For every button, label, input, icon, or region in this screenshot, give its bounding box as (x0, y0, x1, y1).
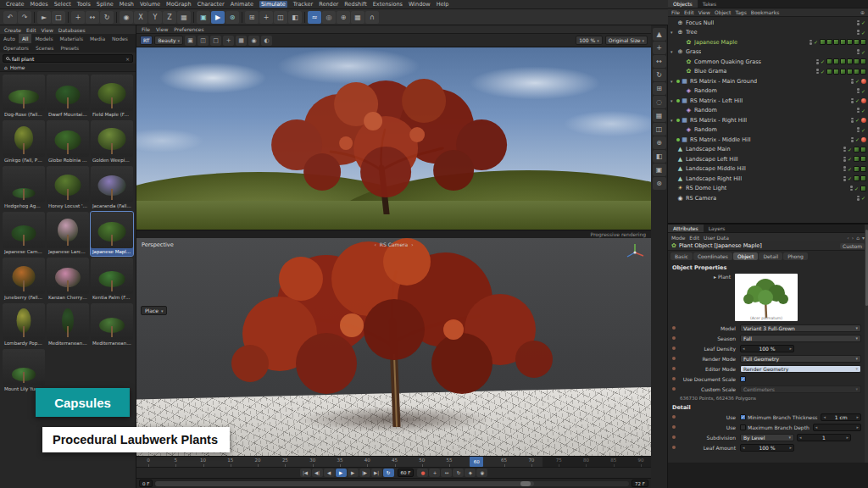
field-subdivision[interactable]: ◂1▸ (797, 434, 851, 441)
render-view-menu-view[interactable]: View (156, 26, 168, 32)
asset-item-kentia-palm-fall-plant[interactable]: Kentia Palm (Fall, Plant) (91, 258, 133, 302)
redshift-tag-icon[interactable] (861, 118, 866, 123)
expander-icon[interactable]: ▾ (670, 79, 676, 84)
asset-item-mount-lily-yucca-fall-plant[interactable]: Mount Lily Yucca (Fall, Plant) (3, 349, 45, 393)
spinner-left-icon[interactable]: ◂ (815, 424, 818, 430)
menu-create[interactable]: Create (6, 1, 25, 8)
workplane-icon[interactable]: ▦ (351, 11, 364, 24)
object-menu-view[interactable]: View (698, 9, 710, 15)
enabled-dot-icon[interactable] (676, 99, 680, 103)
visibility-dots[interactable] (816, 59, 819, 64)
object-row-landscape-left-hill[interactable]: ▲Landscape Left Hill✓ (668, 154, 868, 164)
material-tag-icon[interactable] (847, 69, 853, 75)
nav-icon[interactable]: ‹ (847, 235, 849, 241)
channel-icon[interactable]: ◐ (261, 36, 272, 46)
enable-check-icon[interactable]: ✓ (861, 30, 865, 36)
spinner-right-icon[interactable]: ▸ (789, 346, 792, 351)
field-minimum-branch-thickness[interactable]: ◂1 cm▸ (821, 413, 861, 421)
object-row-landscape-right-hill[interactable]: ▲Landscape Right Hill✓ (668, 174, 868, 184)
custom-button[interactable]: Custom (840, 243, 865, 249)
enable-check-icon[interactable]: ✓ (854, 186, 859, 191)
editor-visibility-dot[interactable] (857, 20, 860, 23)
visibility-dots[interactable] (851, 79, 854, 84)
keyframe-dot-icon[interactable] (672, 326, 676, 330)
asset-menu-create[interactable]: Create (4, 27, 21, 33)
menu-mesh[interactable]: Mesh (120, 1, 134, 8)
asset-item-field-maple-fall-plant[interactable]: Field Maple (Fall, Plant) (91, 75, 133, 119)
menu-tools[interactable]: Tools (77, 1, 91, 8)
object-row-focus-null[interactable]: ⊕Focus Null✓ (668, 18, 868, 28)
pass-dropdown[interactable]: Beauty▾ (154, 36, 183, 45)
arrow-tool-icon[interactable]: ▲ (653, 28, 666, 41)
record-rotation-icon[interactable]: ↻ (453, 469, 464, 477)
asset-item-kanzan-cherry-fall-plant[interactable]: Kanzan Cherry (Fall, Plant) (47, 258, 89, 302)
nav-icon[interactable]: ⌂ (856, 235, 860, 241)
settings-icon[interactable]: ⊛ (653, 177, 666, 190)
menu-spline[interactable]: Spline (97, 1, 114, 8)
redo-icon[interactable]: ↷ (18, 11, 31, 24)
keyframe-dot-icon[interactable] (672, 446, 676, 449)
viewport-view-label[interactable]: Perspective (142, 241, 174, 248)
loop-button[interactable]: ↻ (383, 469, 394, 477)
keyframe-dot-icon[interactable] (672, 377, 676, 380)
asset-search-input[interactable]: fall plant × (3, 54, 133, 63)
render-visibility-dot[interactable] (851, 81, 854, 84)
asset-item-lombardy-poplar-fall-plant[interactable]: Lombardy Poplar (Fall, Plant) (3, 303, 45, 347)
object-menu-tags[interactable]: Tags (735, 9, 746, 15)
render-visibility-dot[interactable] (857, 130, 860, 133)
material-tag-icon[interactable] (833, 58, 839, 64)
cube-tool-icon[interactable]: ⊞ (653, 82, 666, 95)
subtab-presets[interactable]: Presets (57, 43, 82, 53)
material-tag-icon[interactable] (840, 69, 846, 75)
attributes-scrollbar[interactable] (865, 225, 868, 463)
enable-check-icon[interactable]: ✓ (814, 39, 818, 45)
spline-tool-icon[interactable]: ◌ (653, 96, 666, 108)
material-tag-icon[interactable] (826, 39, 832, 45)
move-tool-icon[interactable]: + (653, 42, 666, 54)
material-tag-icon[interactable] (820, 39, 826, 45)
panel-tab-objects[interactable]: Objects (668, 0, 698, 8)
asset-item-japanese-maple-fall-plant[interactable]: Japanese Maple (Fall, Plant) (91, 212, 133, 256)
magnet-icon[interactable]: ∩ (365, 11, 379, 24)
object-menu-edit[interactable]: Edit (684, 9, 694, 15)
last-tool-icon[interactable]: ◉ (120, 11, 133, 24)
object-row-random[interactable]: ◈Random✓ (668, 86, 868, 97)
next-key-button[interactable]: |▶ (359, 469, 370, 477)
coordinate-system-icon[interactable]: ▦ (177, 11, 191, 24)
render-visibility-dot[interactable] (857, 92, 860, 94)
material-tag-icon[interactable] (860, 166, 866, 172)
section-tab-detail[interactable]: Detail (759, 252, 782, 260)
section-tab-basic[interactable]: Basic (670, 252, 693, 260)
filter-tab-nodes[interactable]: Nodes (108, 34, 131, 43)
timeline-ruler[interactable]: 05101520253035404550556065707580859060 (136, 456, 651, 467)
render-visibility-dot[interactable] (843, 169, 846, 172)
asset-item-ginkgo-fall-plant[interactable]: Ginkgo (Fall, Plant) (3, 120, 45, 164)
panel-tab-takes[interactable]: Takes (698, 0, 721, 8)
render-active-icon[interactable]: ▶ (211, 11, 225, 24)
filter-tab-media[interactable]: Media (86, 34, 108, 43)
rotate-tool-icon[interactable]: ↻ (653, 69, 666, 81)
add-spline-icon[interactable]: + (259, 11, 273, 24)
editor-visibility-dot[interactable] (843, 147, 846, 149)
render-visibility-dot[interactable] (843, 179, 846, 181)
material-tag-icon[interactable] (854, 69, 860, 75)
spinner-right-icon[interactable]: ▸ (846, 435, 849, 440)
menu-select[interactable]: Select (54, 1, 71, 8)
attr-menu-user-data[interactable]: User Data (704, 235, 729, 241)
menu-modes[interactable]: Modes (31, 1, 48, 8)
prev-frame-button[interactable]: ◀ (324, 469, 335, 477)
material-tag-icon[interactable] (840, 58, 846, 64)
material-tag-icon[interactable] (854, 175, 860, 181)
render-view-canvas[interactable] (136, 47, 651, 230)
asset-item-japanese-camellia-fall-plant[interactable]: Japanese Camellia (Fall, Plant) (3, 212, 45, 256)
keyframe-dot-icon[interactable] (672, 387, 676, 391)
material-tag-icon[interactable] (860, 175, 866, 181)
material-tag-icon[interactable] (860, 39, 866, 45)
editor-visibility-dot[interactable] (857, 108, 860, 110)
asset-item-mediterranean-cypress-fall-plant[interactable]: Mediterranean Cypress (Fall, Plant) (47, 303, 89, 347)
keyframe-dot-icon[interactable] (672, 336, 676, 340)
object-row-japanese-maple[interactable]: ✿Japanese Maple✓ (668, 37, 868, 47)
enable-check-icon[interactable]: ✓ (855, 78, 860, 84)
spinner-right-icon[interactable]: ▸ (856, 414, 859, 419)
menu-window[interactable]: Window (409, 1, 431, 8)
